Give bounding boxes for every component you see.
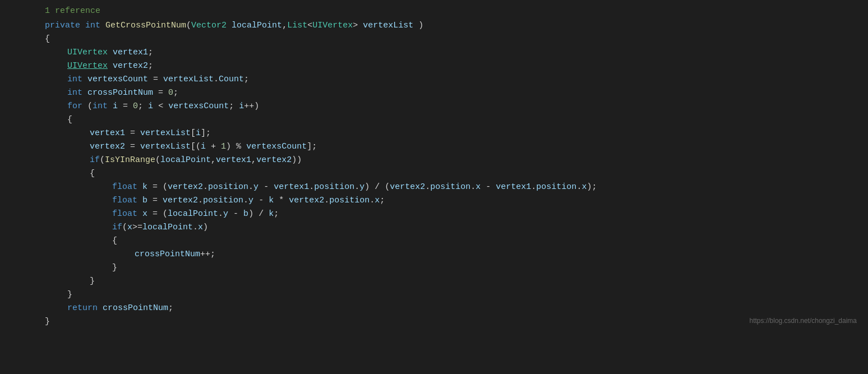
var-k: k — [142, 181, 147, 194]
kw-int-2: int — [67, 86, 87, 100]
var-vertex1-pos-y-1: vertex1 — [274, 181, 309, 194]
var-vertexscount: vertexsCount — [87, 73, 148, 86]
var-crosspointnum: crossPointNum — [87, 86, 153, 100]
var-vertex1-2: vertex1 — [90, 127, 125, 140]
kw-int-1: int — [67, 73, 87, 86]
var-k-3: k — [269, 207, 274, 221]
method-name: GetCrossPointNum — [105, 19, 186, 33]
brace-open-for: { — [11, 113, 868, 127]
type-vector2: Vector2 — [191, 19, 227, 33]
prop-position-2: position — [314, 181, 354, 194]
prop-x-3: x — [375, 194, 380, 207]
prop-position-6: position — [329, 194, 370, 207]
var-vertex1-pos-x-1: vertex1 — [496, 181, 531, 194]
float-k-decl: float k = (vertex2.position.y - vertex1.… — [11, 181, 868, 194]
prop-position-3: position — [430, 181, 470, 194]
paren-open: ( — [186, 19, 191, 33]
param-vertexlist: vertexList — [363, 19, 418, 33]
prop-y-4: y — [223, 207, 228, 221]
vertex1-assign: vertex1 = vertexList[i]; — [11, 127, 868, 140]
prop-position-1: position — [208, 181, 248, 194]
float-b-decl: float b = vertex2.position.y - k * verte… — [11, 194, 868, 207]
space — [227, 19, 232, 33]
var-crosspointnum-2: crossPointNum — [135, 248, 200, 261]
prop-y-2: y — [359, 181, 364, 194]
var-k-2: k — [269, 194, 274, 207]
var-localpoint-3: localPoint — [142, 221, 193, 234]
kw-private: private — [45, 19, 85, 33]
prop-y-3: y — [248, 194, 253, 207]
var-localpoint-2: localPoint — [168, 207, 218, 221]
brace-close-if: } — [11, 275, 868, 288]
prop-position-5: position — [203, 194, 243, 207]
type-list: List — [287, 19, 307, 33]
var-i-3: i — [239, 100, 244, 113]
vertex2-assign: vertex2 = vertexList[(i + 1) % vertexsCo… — [11, 140, 868, 154]
float-x-decl: float x = (localPoint.y - b) / k; — [11, 207, 868, 221]
prop-count: Count — [219, 73, 244, 86]
brace-open-if-x: { — [11, 234, 868, 248]
var-i-2: i — [148, 100, 153, 113]
if-x-gte: if(x>=localPoint.x) — [11, 221, 868, 234]
kw-return: return — [67, 302, 103, 315]
var-x: x — [142, 207, 147, 221]
kw-if-1: if — [90, 154, 100, 167]
var-vertexlist-2: vertexList — [140, 127, 191, 140]
kw-int-3: int — [93, 100, 113, 113]
prop-x-4: x — [198, 221, 203, 234]
num-zero: 0 — [168, 86, 173, 100]
kw-int: int — [85, 19, 105, 33]
type-uivertex-1: UIVertex — [67, 46, 108, 59]
var-b-2: b — [243, 207, 248, 221]
var-vertex2-pos-x-2: vertex2 — [289, 194, 324, 207]
var-vertexlist-3: vertexList — [140, 140, 191, 154]
var-crosspointnum-3: crossPointNum — [103, 302, 168, 315]
crosspointnum-decl: int crossPointNum = 0; — [11, 86, 868, 100]
var-vertexlist-1: vertexList — [163, 73, 214, 86]
brace-close-if-x: } — [11, 261, 868, 275]
crosspointnum-inc: crossPointNum++; — [11, 248, 868, 261]
var-b: b — [142, 194, 147, 207]
angle-open: < — [307, 19, 312, 33]
kw-if-2: if — [112, 221, 122, 234]
prop-y-1: y — [253, 181, 258, 194]
vertex1-decl: UIVertex vertex1; — [11, 46, 868, 59]
param-localpoint: localPoint — [232, 19, 282, 33]
var-i-5: i — [201, 140, 206, 154]
var-vertex1: vertex1 — [113, 46, 148, 59]
code-editor: 1 reference private int GetCrossPointNum… — [0, 0, 868, 333]
kw-for: for — [67, 100, 87, 113]
var-vertex2: vertex2 — [113, 59, 148, 73]
vertex2-decl: UIVertex vertex2; — [11, 59, 868, 73]
prop-x-2: x — [581, 181, 587, 194]
kw-float-1: float — [112, 181, 142, 194]
var-i-4: i — [196, 127, 201, 140]
space2 — [358, 19, 363, 33]
var-i: i — [113, 100, 118, 113]
var-vertex2-3: vertex2 — [256, 154, 292, 167]
kw-float-2: float — [112, 194, 142, 207]
return-statement: return crossPointNum; — [11, 302, 868, 315]
var-localpoint-1: localPoint — [160, 154, 211, 167]
num-one: 1 — [221, 140, 226, 154]
prop-position-4: position — [536, 181, 576, 194]
for-statement: for (int i = 0; i < vertexsCount; i++) — [11, 100, 868, 113]
kw-float-3: float — [112, 207, 142, 221]
if-isyinrange: if(IsYInRange(localPoint,vertex1,vertex2… — [11, 154, 868, 167]
type-uivertex: UIVertex — [312, 19, 353, 33]
brace-open-if: { — [11, 167, 868, 181]
watermark: https://blog.csdn.net/chongzi_daima — [750, 316, 857, 326]
angle-close: > — [353, 19, 358, 33]
var-vertex1-3: vertex1 — [216, 154, 251, 167]
var-vertex2-pos-x-1: vertex2 — [390, 181, 425, 194]
var-vertexscount-3: vertexsCount — [246, 140, 307, 154]
brace-open-method: { — [11, 33, 868, 46]
vertexscount-decl: int vertexsCount = vertexList.Count; — [11, 73, 868, 86]
brace-close-method: } — [11, 315, 868, 329]
brace-close-for: } — [11, 288, 868, 302]
num-zero-2: 0 — [133, 100, 138, 113]
var-vertex2-pos-y-1: vertex2 — [168, 181, 203, 194]
paren-close: ) — [418, 19, 423, 33]
method-signature: private int GetCrossPointNum(Vector2 loc… — [11, 19, 868, 33]
prop-x-1: x — [475, 181, 481, 194]
